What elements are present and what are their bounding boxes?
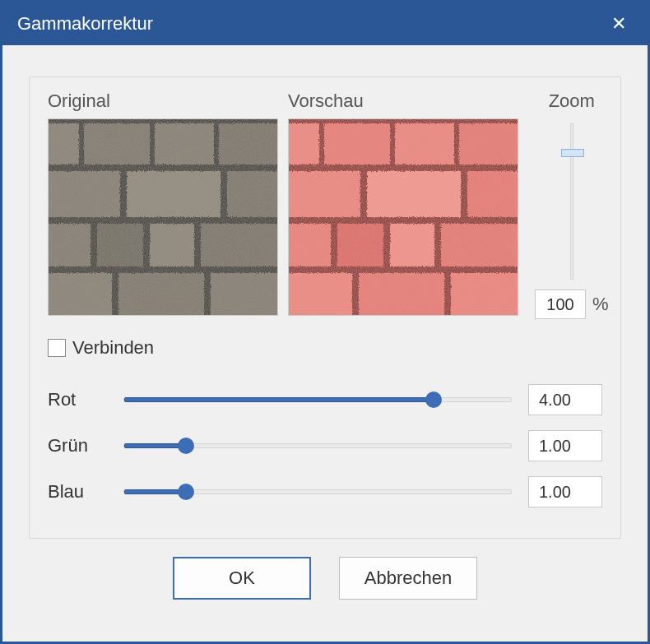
preview-image[interactable] bbox=[288, 118, 518, 316]
original-column: Original bbox=[48, 90, 278, 319]
svg-rect-2 bbox=[81, 121, 152, 167]
svg-rect-8 bbox=[49, 221, 93, 269]
preview-label: Vorschau bbox=[288, 90, 518, 112]
svg-rect-1 bbox=[49, 121, 81, 167]
green-slider[interactable] bbox=[123, 436, 512, 456]
blue-label: Blau bbox=[48, 481, 123, 503]
ok-button[interactable]: OK bbox=[173, 557, 311, 600]
zoom-percent-label: % bbox=[592, 294, 609, 315]
svg-rect-25 bbox=[388, 221, 437, 269]
main-panel: Original bbox=[29, 76, 621, 539]
red-slider[interactable] bbox=[123, 390, 512, 410]
dialog-window: Gammakorrektur ✕ Original bbox=[0, 0, 650, 644]
red-label: Rot bbox=[48, 389, 123, 410]
zoom-value-input[interactable] bbox=[535, 290, 586, 319]
svg-rect-5 bbox=[49, 169, 123, 220]
green-slider-thumb[interactable] bbox=[178, 438, 194, 454]
red-slider-row: Rot 4.00 bbox=[48, 377, 602, 423]
svg-rect-29 bbox=[448, 271, 518, 316]
preview-row: Original bbox=[48, 90, 602, 319]
link-checkbox-row: Verbinden bbox=[48, 337, 602, 359]
svg-rect-10 bbox=[147, 221, 197, 269]
svg-rect-6 bbox=[124, 169, 223, 220]
link-checkbox-label: Verbinden bbox=[72, 337, 154, 359]
svg-rect-11 bbox=[198, 221, 278, 269]
blue-slider-row: Blau 1.00 bbox=[48, 469, 602, 515]
svg-rect-26 bbox=[439, 221, 518, 269]
svg-rect-3 bbox=[152, 121, 216, 167]
red-value-input[interactable]: 4.00 bbox=[528, 384, 602, 415]
svg-rect-4 bbox=[216, 121, 278, 167]
original-label: Original bbox=[48, 90, 278, 112]
svg-rect-27 bbox=[289, 271, 355, 316]
blue-slider[interactable] bbox=[123, 482, 512, 502]
zoom-slider[interactable] bbox=[555, 123, 588, 280]
green-slider-row: Grün 1.00 bbox=[48, 423, 602, 469]
svg-rect-21 bbox=[364, 169, 463, 220]
titlebar: Gammakorrektur ✕ bbox=[2, 2, 648, 45]
zoom-column: Zoom % bbox=[535, 90, 609, 319]
blue-slider-thumb[interactable] bbox=[178, 484, 194, 500]
svg-rect-22 bbox=[465, 169, 518, 220]
dialog-body: Original bbox=[2, 45, 648, 642]
svg-rect-20 bbox=[289, 169, 363, 220]
svg-rect-14 bbox=[208, 271, 278, 316]
red-slider-thumb[interactable] bbox=[425, 391, 442, 408]
preview-column: Vorschau bbox=[288, 90, 518, 319]
link-checkbox[interactable] bbox=[48, 339, 66, 357]
blue-value-input[interactable]: 1.00 bbox=[528, 476, 602, 507]
close-icon[interactable]: ✕ bbox=[603, 10, 634, 38]
svg-rect-13 bbox=[116, 271, 207, 316]
svg-rect-7 bbox=[225, 169, 278, 220]
zoom-slider-thumb[interactable] bbox=[561, 149, 584, 157]
svg-rect-16 bbox=[289, 121, 322, 167]
channel-sliders: Rot 4.00 Grün bbox=[48, 377, 602, 515]
zoom-label: Zoom bbox=[549, 90, 595, 112]
dialog-title: Gammakorrektur bbox=[17, 13, 153, 35]
svg-rect-28 bbox=[356, 271, 447, 316]
svg-rect-24 bbox=[335, 221, 386, 269]
svg-rect-19 bbox=[457, 121, 518, 167]
svg-rect-9 bbox=[95, 221, 146, 269]
original-image[interactable] bbox=[48, 118, 278, 316]
svg-rect-12 bbox=[49, 271, 114, 316]
svg-rect-18 bbox=[392, 121, 457, 167]
green-value-input[interactable]: 1.00 bbox=[528, 430, 602, 461]
svg-rect-23 bbox=[289, 221, 333, 269]
cancel-button[interactable]: Abbrechen bbox=[339, 557, 477, 600]
green-label: Grün bbox=[48, 435, 123, 456]
svg-rect-17 bbox=[322, 121, 392, 167]
button-row: OK Abbrechen bbox=[29, 557, 621, 600]
